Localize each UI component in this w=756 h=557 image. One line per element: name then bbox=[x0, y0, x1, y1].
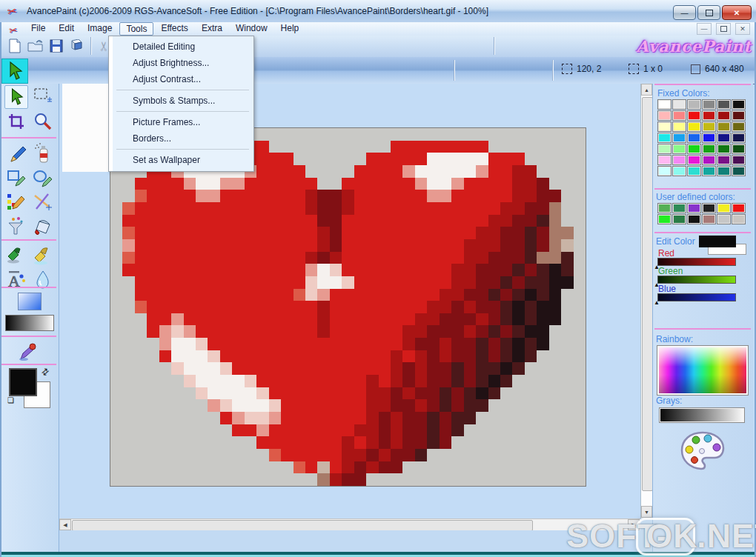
gradient-bar[interactable] bbox=[5, 315, 54, 331]
menu-item-file[interactable]: File bbox=[25, 22, 51, 36]
fixed-color-swatch[interactable] bbox=[732, 166, 746, 176]
user-color-swatch[interactable] bbox=[657, 214, 672, 224]
blue-channel-slider[interactable] bbox=[657, 293, 736, 301]
fixed-color-swatch[interactable] bbox=[672, 155, 686, 165]
menu-item-help[interactable]: Help bbox=[275, 22, 305, 36]
user-color-swatch[interactable] bbox=[702, 203, 716, 213]
broom-tool-button[interactable] bbox=[31, 244, 55, 267]
crop-tool-button[interactable] bbox=[4, 110, 28, 133]
pencil-tool-button[interactable] bbox=[4, 141, 28, 165]
fixed-color-swatch[interactable] bbox=[672, 166, 686, 176]
scroll-up-button[interactable]: ▲ bbox=[641, 84, 652, 96]
menu-item-extra[interactable]: Extra bbox=[196, 22, 228, 36]
print-button[interactable] bbox=[68, 38, 86, 54]
zoom-tool-button[interactable] bbox=[31, 110, 55, 133]
fixed-color-swatch[interactable] bbox=[687, 144, 701, 154]
default-colors-icon[interactable]: ❏ bbox=[7, 396, 14, 404]
fixed-color-swatch[interactable] bbox=[732, 110, 746, 121]
user-color-swatch[interactable] bbox=[717, 203, 731, 213]
horizontal-scrollbar[interactable]: ◀ ▶ bbox=[59, 518, 640, 530]
blur-tool-button[interactable] bbox=[31, 268, 55, 292]
select-rect-tool-button[interactable] bbox=[31, 85, 55, 109]
menu-item-edit[interactable]: Edit bbox=[53, 22, 80, 36]
horizontal-scroll-thumb[interactable] bbox=[72, 520, 533, 531]
fixed-color-swatch[interactable] bbox=[717, 133, 731, 143]
fixed-color-swatch[interactable] bbox=[687, 121, 701, 132]
foreground-color-swatch[interactable] bbox=[9, 368, 37, 396]
rectangle-tool-button[interactable] bbox=[4, 166, 28, 190]
user-color-swatch[interactable] bbox=[672, 203, 686, 213]
fixed-color-swatch[interactable] bbox=[672, 110, 686, 121]
fixed-color-swatch[interactable] bbox=[657, 121, 672, 132]
save-button[interactable] bbox=[47, 38, 65, 54]
fixed-color-swatch[interactable] bbox=[687, 133, 701, 143]
maximize-button[interactable] bbox=[697, 5, 720, 20]
brush-tool-button[interactable] bbox=[4, 244, 28, 267]
close-button[interactable]: ✕ bbox=[722, 5, 752, 20]
fixed-color-swatch[interactable] bbox=[657, 110, 672, 121]
swap-colors-icon[interactable]: ⇄ bbox=[39, 365, 52, 378]
fixed-color-swatch[interactable] bbox=[687, 99, 701, 110]
user-color-swatch[interactable] bbox=[702, 214, 716, 224]
open-file-button[interactable] bbox=[27, 38, 44, 54]
tools-menu-item-detailed-editing[interactable]: Detailed Editing bbox=[109, 39, 253, 55]
menu-item-effects[interactable]: Effects bbox=[155, 22, 193, 36]
palette-icon[interactable] bbox=[680, 430, 726, 475]
fixed-color-swatch[interactable] bbox=[702, 166, 716, 176]
fill-bucket-tool-button[interactable] bbox=[31, 215, 55, 239]
heart-image-canvas[interactable] bbox=[110, 128, 586, 486]
fixed-color-swatch[interactable] bbox=[687, 155, 701, 165]
pixel-pencil-tool-button[interactable] bbox=[4, 190, 28, 214]
ellipse-tool-button[interactable] bbox=[31, 166, 55, 190]
fixed-color-swatch[interactable] bbox=[702, 144, 716, 154]
fixed-color-swatch[interactable] bbox=[702, 133, 716, 143]
fixed-color-swatch[interactable] bbox=[702, 99, 716, 110]
tools-menu-item-borders[interactable]: Borders... bbox=[109, 130, 253, 147]
mdi-minimize-button[interactable]: — bbox=[697, 23, 712, 35]
eyedropper-tool-button[interactable] bbox=[16, 340, 40, 364]
red-channel-slider[interactable] bbox=[657, 258, 736, 266]
fixed-color-swatch[interactable] bbox=[717, 166, 731, 176]
tools-menu-item-adjust-brightness[interactable]: Adjust Brightness... bbox=[109, 55, 253, 71]
new-file-button[interactable] bbox=[6, 38, 24, 54]
green-channel-slider[interactable] bbox=[657, 276, 736, 284]
fixed-color-swatch[interactable] bbox=[657, 144, 672, 154]
fixed-color-swatch[interactable] bbox=[657, 99, 672, 110]
grays-picker[interactable] bbox=[659, 407, 745, 423]
fixed-color-swatch[interactable] bbox=[702, 121, 716, 132]
fixed-color-swatch[interactable] bbox=[702, 155, 716, 165]
gradient-preview[interactable] bbox=[18, 293, 42, 310]
pointer-tool-button[interactable] bbox=[4, 85, 28, 109]
fixed-color-swatch[interactable] bbox=[657, 155, 672, 165]
fixed-color-swatch[interactable] bbox=[717, 144, 731, 154]
fixed-color-swatch[interactable] bbox=[687, 166, 701, 176]
spray-tool-button[interactable] bbox=[31, 141, 55, 165]
user-color-swatch[interactable] bbox=[687, 214, 701, 224]
fixed-color-swatch[interactable] bbox=[717, 99, 731, 110]
tools-menu-item-picture-frames[interactable]: Picture Frames... bbox=[109, 114, 253, 130]
vertical-scroll-thumb[interactable] bbox=[642, 97, 653, 491]
fixed-color-swatch[interactable] bbox=[672, 144, 686, 154]
minimize-button[interactable]: — bbox=[673, 5, 696, 20]
user-color-swatch[interactable] bbox=[687, 203, 701, 213]
fixed-color-swatch[interactable] bbox=[732, 133, 746, 143]
text-tool-button[interactable]: A bbox=[4, 268, 28, 292]
user-color-swatch[interactable] bbox=[672, 214, 686, 224]
fixed-color-swatch[interactable] bbox=[657, 133, 672, 143]
fixed-color-swatch[interactable] bbox=[657, 166, 672, 176]
fixed-color-swatch[interactable] bbox=[672, 99, 686, 110]
user-color-swatch[interactable] bbox=[717, 214, 731, 224]
user-color-swatch[interactable] bbox=[657, 203, 672, 213]
menu-item-image[interactable]: Image bbox=[82, 22, 118, 36]
fixed-color-swatch[interactable] bbox=[717, 155, 731, 165]
tools-menu-item-adjust-contrast[interactable]: Adjust Contrast... bbox=[109, 71, 253, 87]
fixed-color-swatch[interactable] bbox=[732, 144, 746, 154]
fixed-color-swatch[interactable] bbox=[687, 110, 701, 121]
rainbow-picker[interactable] bbox=[657, 346, 748, 395]
mdi-restore-button[interactable] bbox=[716, 23, 731, 35]
tools-menu-item-set-as-wallpaper[interactable]: Set as Wallpaper bbox=[109, 152, 253, 168]
line-tool-button[interactable] bbox=[31, 190, 55, 214]
tools-menu-item-symbols-stamps[interactable]: Symbols & Stamps... bbox=[109, 93, 253, 109]
fixed-color-swatch[interactable] bbox=[732, 155, 746, 165]
fixed-color-swatch[interactable] bbox=[702, 110, 716, 121]
